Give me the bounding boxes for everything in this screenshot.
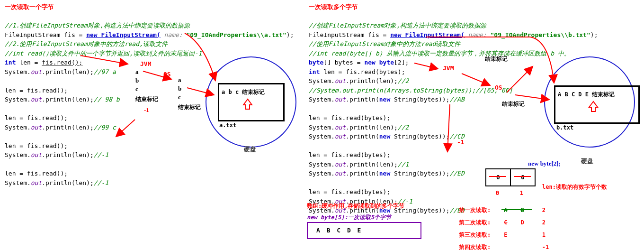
jvm-label: JVM (140, 59, 151, 69)
arrow-up-icon (241, 98, 255, 110)
file-name-left: a.txt (219, 121, 236, 130)
disk-label-right: 硬盘 (581, 157, 593, 166)
disk-label-left: 硬盘 (244, 145, 256, 154)
col-abc-2: abc 结束标记 (178, 76, 201, 111)
file-name-right: b.txt (556, 123, 573, 132)
arrow-up-icon (586, 100, 600, 112)
left-title: 一次读取一个字节 (5, 2, 313, 12)
reads-table: 第一次读取: A B 2 第二次读取: C D 2 第三次读取: E 1 第四次… (452, 204, 560, 250)
endmark-r1: 结束标记 (485, 55, 508, 63)
jvm-label-r: JVM (443, 64, 454, 73)
file-box-right: A B C D E 结束标记 (554, 85, 640, 124)
right-title: 一次读取多个字节 (309, 2, 644, 12)
file-box-left: a b c 结束标记 (218, 83, 285, 121)
array-notes: 数组:缓冲作用,存储读取到的多个字节 new byte[5]:一次读取5个字节 (307, 202, 404, 222)
os-label-r: OS (495, 83, 502, 93)
len-note: len:读取的有效字节个数 (542, 183, 607, 191)
byte2-box: 0 0 01 (485, 168, 536, 198)
byte5-box: A B C D E (307, 222, 421, 239)
os-label: OS (163, 70, 171, 79)
col-abc-1: abc 结束标记 -1 (135, 68, 158, 115)
newbyte2-label: new byte[2]; (528, 159, 561, 168)
neg1-r: -1 (457, 138, 465, 147)
endmark-r2: 结束标记 (502, 100, 525, 108)
